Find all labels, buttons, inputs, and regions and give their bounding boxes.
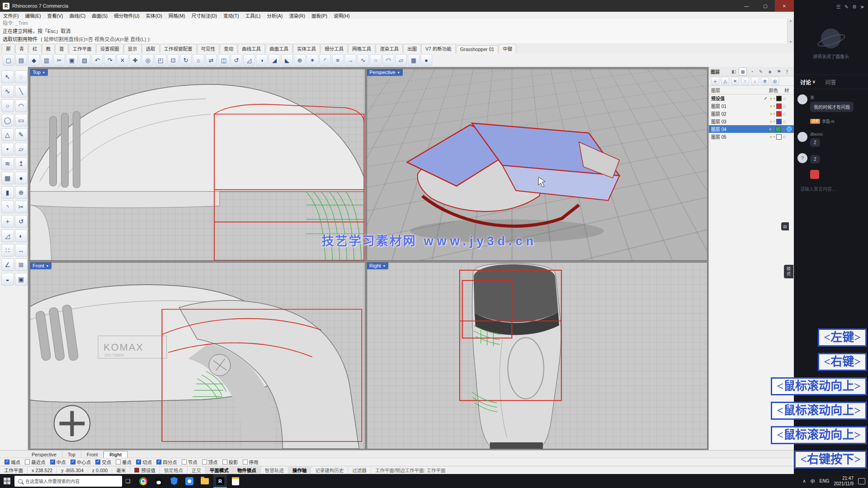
checkbox[interactable] (202, 460, 207, 465)
taskbar-clock[interactable]: 21:47 2021/11/9 (834, 476, 854, 487)
loft-icon[interactable]: ≋ (1, 157, 14, 170)
layer-row[interactable]: 预设值 ✓ ● ▪ ◇ (709, 94, 794, 102)
layer-visibility-bulb-icon[interactable]: ● (770, 119, 772, 124)
layer-visibility-bulb-icon[interactable]: ● (770, 112, 772, 116)
sphere-icon[interactable]: ● (15, 172, 28, 184)
mirror-icon[interactable]: ◑ (256, 54, 268, 66)
redo-icon[interactable]: ↷ (104, 54, 116, 66)
menu-item[interactable]: 渲染(R) (286, 12, 308, 19)
ime-indicator[interactable]: 中 (811, 478, 815, 484)
rhino-taskbar-icon[interactable] (213, 474, 227, 488)
move-icon[interactable]: + (1, 215, 14, 228)
menu-item[interactable]: 曲面(S) (89, 12, 111, 19)
menu-item[interactable]: 尺寸标注(D) (189, 12, 221, 19)
menu-item[interactable]: 网格(M) (165, 12, 189, 19)
group-icon[interactable]: ⊞ (15, 258, 28, 271)
checkbox[interactable] (95, 460, 100, 465)
circle-icon[interactable]: ○ (370, 54, 382, 66)
viewport-top-canvas[interactable] (30, 69, 365, 260)
layer-lock-icon[interactable]: ▪ (774, 96, 775, 100)
scroll-down-icon[interactable]: ▼ (789, 40, 793, 43)
toolbar-tab[interactable]: 实体工具 (293, 44, 320, 53)
zoom-extents-icon[interactable]: ⊡ (167, 54, 179, 66)
menu-item[interactable]: 编辑(E) (22, 12, 44, 19)
start-button[interactable] (0, 474, 14, 488)
checkbox[interactable] (222, 460, 227, 465)
layer-material-icon[interactable]: ◇ (783, 135, 786, 139)
viewport-top-label[interactable]: Top▾ (30, 69, 48, 76)
toolbar-tab[interactable]: 可见性 (197, 44, 220, 53)
toolbar-tab[interactable]: 工作视窗配置 (160, 44, 197, 53)
trim-icon[interactable]: ◢ (269, 54, 280, 66)
viewport-front[interactable]: Front▾ KOMAX (30, 262, 365, 449)
osnap-toggle[interactable]: 垂点 (116, 459, 132, 465)
viewport-tab[interactable]: Perspective (26, 451, 62, 458)
file-explorer-icon[interactable] (198, 474, 212, 488)
layer-row[interactable]: 图层 02 ● ▪ ◇ (709, 110, 794, 117)
notes-icon[interactable] (229, 474, 242, 488)
layer-row[interactable]: 图层 03 ● ▪ ◇ (709, 117, 794, 125)
toolbar-tab[interactable]: 曲线工具 (238, 44, 265, 53)
maximize-button[interactable]: ▢ (756, 0, 775, 12)
chrome-icon[interactable] (137, 474, 150, 488)
osnap-toggle[interactable]: 切点 (136, 459, 152, 465)
layer-material-icon[interactable]: ◇ (783, 119, 786, 124)
toolbar-tab[interactable]: 青 (15, 44, 28, 53)
checkbox[interactable] (182, 460, 187, 465)
move-layer-down-icon[interactable]: ↓ (751, 77, 759, 85)
command-prompt[interactable]: 选取切割用物件 ( 延伸切割用直线(E)=否 视角交点(A)=是 直线(L) )… (0, 35, 794, 43)
status-toggle[interactable]: 记录建构历史 (311, 467, 348, 474)
viewport-tab[interactable]: Front (81, 451, 104, 458)
text-icon[interactable]: ✎ (15, 128, 28, 141)
chat-input-hint[interactable]: 请输入发言内容… (794, 185, 868, 192)
layer-color-swatch[interactable] (776, 111, 782, 117)
rotate-view-icon[interactable]: ↻ (180, 54, 192, 66)
checkbox[interactable] (50, 460, 55, 465)
toolbar-tab[interactable]: 教 (42, 44, 55, 53)
viewport-front-canvas[interactable]: KOMAX ZIG-7000A (30, 263, 365, 449)
language-indicator[interactable]: ENG (820, 479, 830, 483)
layer-color-swatch[interactable] (776, 134, 782, 140)
task-view-icon[interactable]: ❏ (122, 474, 134, 488)
status-toggle[interactable]: 物件锁点 (233, 467, 261, 474)
menu-item[interactable]: 工具(L) (242, 12, 264, 19)
curve-icon[interactable]: ∿ (1, 85, 14, 98)
toolbar-tab[interactable]: 网格工具 (348, 44, 375, 53)
share-icon[interactable]: ➤ (860, 4, 864, 10)
osnap-toggle[interactable]: 端点 (5, 459, 20, 465)
checkbox[interactable] (243, 460, 248, 465)
viewport-tab[interactable]: Right (104, 451, 127, 458)
circle-icon[interactable]: ○ (1, 99, 14, 112)
status-toggle[interactable]: 平面模式 (206, 467, 233, 474)
menu-item[interactable]: 说明(H) (330, 12, 353, 19)
display-panel-tab-icon[interactable]: ◔ (748, 67, 756, 75)
prompt-options[interactable]: ( 延伸切割用直线(E)=否 视角交点(A)=是 直线(L) ): (41, 37, 151, 42)
checkbox[interactable] (71, 460, 75, 465)
array-icon[interactable]: ∷ (1, 244, 14, 257)
viewport-perspective[interactable]: Perspective▾ (367, 69, 708, 261)
toolbar-tab[interactable]: 首 (55, 44, 68, 53)
checkbox[interactable] (156, 460, 161, 465)
viewport-top[interactable]: Top▾ (30, 69, 365, 261)
boolean-union-icon[interactable]: ⊕ (15, 186, 28, 199)
checkbox[interactable] (25, 460, 30, 465)
toolbar-tab[interactable]: 设置视图 (96, 44, 123, 53)
ellipse-icon[interactable]: ◯ (1, 114, 14, 127)
pan-view-icon[interactable]: ✚ (129, 54, 141, 66)
layer-color-swatch[interactable] (776, 103, 782, 109)
current-layer-chip[interactable]: 预设值 (130, 467, 160, 474)
toolbar-tab[interactable]: Grasshopper 01 (456, 45, 498, 53)
copy-icon[interactable]: ▣ (66, 54, 78, 66)
layer-color-swatch[interactable] (776, 119, 782, 124)
viewport-perspective-canvas[interactable] (367, 69, 707, 260)
surface-icon[interactable]: ▱ (15, 143, 28, 155)
viewport-tab[interactable]: Top (62, 451, 81, 458)
status-toggle[interactable]: 操作轴 (288, 467, 311, 474)
osnap-toggle[interactable]: 顶点 (202, 459, 218, 465)
split-icon[interactable]: ◣ (281, 54, 293, 66)
toolbar-tab[interactable]: 出图 (403, 44, 421, 53)
minimize-button[interactable]: — (737, 0, 756, 12)
copy-object-icon[interactable]: ◫ (218, 54, 230, 66)
mirror-icon[interactable]: ◐ (15, 230, 28, 242)
select-icon[interactable]: ↖ (1, 70, 14, 83)
